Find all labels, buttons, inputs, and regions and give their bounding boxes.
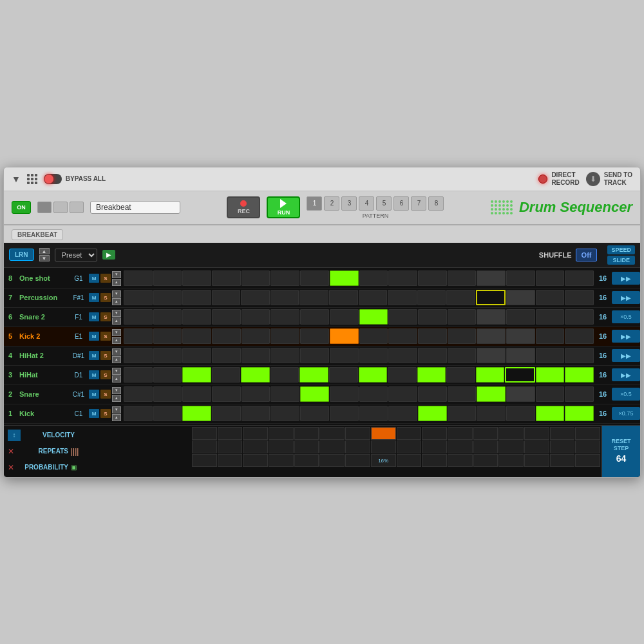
solo-btn-3[interactable]: S — [100, 370, 111, 379]
prob-cell-13[interactable] — [498, 454, 524, 467]
speed-arrow-8[interactable]: ▶▶ — [612, 272, 640, 285]
step-6-16[interactable] — [565, 309, 594, 325]
rec-button[interactable]: REC — [227, 196, 260, 218]
step-8-1[interactable] — [124, 270, 153, 286]
step-3-2[interactable] — [153, 367, 182, 383]
speed-button[interactable]: SPEED — [607, 245, 635, 254]
step-8-6[interactable] — [270, 270, 299, 286]
repeats-close-btn[interactable]: ✕ — [8, 447, 14, 456]
step-8-16[interactable] — [565, 270, 594, 286]
step-1-3[interactable] — [182, 406, 211, 421]
step-1-4[interactable] — [212, 406, 241, 421]
step-3-4[interactable] — [212, 367, 241, 383]
speed-label-1[interactable]: ×0.75 — [612, 407, 640, 420]
send-to-track-icon[interactable]: ⬇ — [586, 172, 600, 186]
step-3-13[interactable] — [476, 367, 505, 383]
prob-cell-2[interactable] — [218, 454, 243, 467]
step-4-5[interactable] — [242, 348, 270, 363]
step-5-16[interactable] — [565, 328, 594, 344]
step-7-5[interactable] — [241, 290, 270, 305]
mute-btn-6[interactable]: M — [89, 312, 99, 321]
step-6-15[interactable] — [536, 309, 565, 325]
step-7-3[interactable] — [182, 290, 211, 305]
step-4-6[interactable] — [270, 348, 299, 363]
step-8-5[interactable] — [242, 270, 270, 286]
speed-arrow-5[interactable]: ▶▶ — [612, 330, 640, 343]
step-5-12[interactable] — [448, 328, 477, 344]
step-1-2[interactable] — [153, 406, 182, 421]
solo-btn-6[interactable]: S — [100, 312, 111, 321]
pattern-btn-6[interactable]: 6 — [393, 196, 409, 211]
rep-cell-2[interactable] — [218, 440, 243, 453]
step-4-12[interactable] — [448, 348, 477, 363]
speed-arrow-3[interactable]: ▶▶ — [612, 368, 640, 381]
step-4-14[interactable] — [506, 348, 535, 363]
ctrl-down-arrow[interactable]: ▼ — [39, 255, 50, 261]
step-5-5[interactable] — [242, 328, 270, 344]
mute-btn-5[interactable]: M — [89, 332, 99, 341]
vel-cell-5[interactable] — [294, 427, 319, 440]
solo-btn-8[interactable]: S — [100, 274, 111, 283]
step-7-14[interactable] — [506, 290, 535, 305]
step-2-9[interactable] — [359, 386, 388, 402]
step-6-5[interactable] — [242, 309, 270, 325]
bypass-toggle[interactable] — [44, 174, 62, 184]
step-8-7[interactable] — [300, 270, 329, 286]
slide-button[interactable]: SLIDE — [607, 256, 635, 265]
rep-cell-16[interactable] — [575, 440, 600, 453]
track-nav-up-8[interactable]: ▴ — [112, 279, 121, 286]
prob-cell-10[interactable] — [422, 454, 447, 467]
step-1-5[interactable] — [242, 406, 270, 421]
shuffle-value[interactable]: Off — [576, 249, 598, 261]
pattern-btn-3[interactable]: 3 — [341, 196, 357, 211]
step-2-13[interactable] — [477, 386, 506, 402]
preset-go-button[interactable]: ▶ — [102, 250, 115, 260]
step-8-8[interactable] — [330, 270, 359, 286]
step-1-10[interactable] — [388, 406, 417, 421]
step-6-1[interactable] — [124, 309, 153, 325]
mute-btn-8[interactable]: M — [89, 274, 99, 283]
step-1-15[interactable] — [536, 406, 565, 421]
grid-menu-icon[interactable] — [27, 174, 37, 184]
step-2-5[interactable] — [242, 386, 270, 402]
speed-label-6[interactable]: ×0.5 — [612, 310, 640, 323]
step-5-14[interactable] — [506, 328, 535, 344]
rep-cell-3[interactable] — [243, 440, 268, 453]
prob-cell-9[interactable] — [397, 454, 422, 467]
rep-cell-13[interactable] — [498, 440, 524, 453]
step-8-11[interactable] — [418, 270, 447, 286]
pattern-btn-8[interactable]: 8 — [428, 196, 444, 211]
step-1-16[interactable] — [565, 406, 594, 421]
step-4-4[interactable] — [212, 348, 241, 363]
pattern-btn-7[interactable]: 7 — [411, 196, 426, 211]
step-1-9[interactable] — [359, 406, 388, 421]
step-3-12[interactable] — [446, 367, 475, 383]
prob-cell-16[interactable] — [575, 454, 600, 467]
track-nav-up-7[interactable]: ▴ — [112, 298, 121, 305]
step-3-1[interactable] — [124, 367, 153, 383]
vel-cell-11[interactable] — [448, 427, 473, 440]
step-6-6[interactable] — [270, 309, 299, 325]
step-4-16[interactable] — [565, 348, 594, 363]
solo-btn-2[interactable]: S — [100, 390, 111, 399]
rep-cell-8[interactable] — [371, 440, 396, 453]
step-3-11[interactable] — [417, 367, 446, 383]
step-3-15[interactable] — [536, 367, 565, 383]
step-7-11[interactable] — [417, 290, 446, 305]
step-6-8[interactable] — [330, 309, 359, 325]
step-1-14[interactable] — [506, 406, 535, 421]
dropdown-arrow-icon[interactable]: ▼ — [12, 174, 21, 184]
prob-cell-11[interactable] — [448, 454, 473, 467]
step-3-10[interactable] — [388, 367, 417, 383]
step-6-2[interactable] — [153, 309, 182, 325]
vel-cell-3[interactable] — [243, 427, 268, 440]
rep-cell-10[interactable] — [422, 440, 447, 453]
step-2-1[interactable] — [124, 386, 153, 402]
step-8-2[interactable] — [153, 270, 182, 286]
track-nav-up-1[interactable]: ▴ — [112, 414, 121, 421]
pattern-btn-1[interactable]: 1 — [307, 196, 322, 211]
step-6-7[interactable] — [300, 309, 329, 325]
rep-cell-11[interactable] — [448, 440, 473, 453]
step-5-15[interactable] — [536, 328, 565, 344]
prob-cell-14[interactable] — [524, 454, 549, 467]
